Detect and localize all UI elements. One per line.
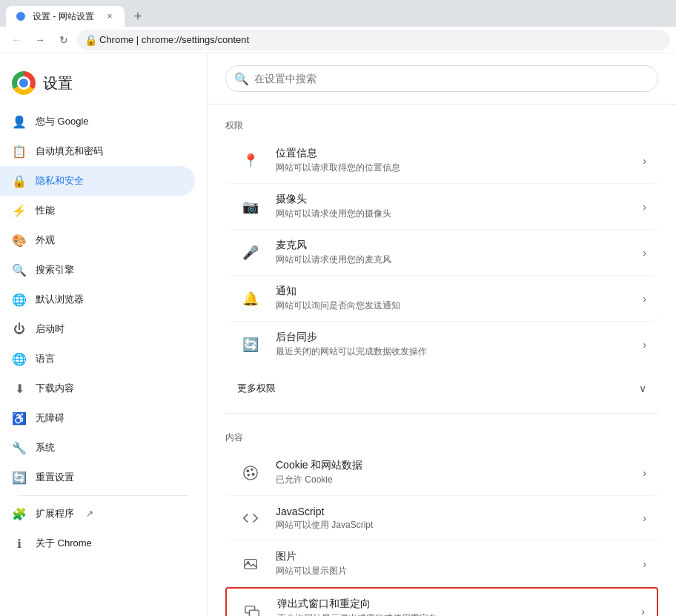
microphone-setting[interactable]: 🎤 麦克风 网站可以请求使用您的麦克风 ›	[225, 230, 658, 276]
sidebar-item-privacy[interactable]: 🔒 隐私和安全	[0, 166, 195, 196]
sidebar-item-search[interactable]: 🔍 搜索引擎	[0, 255, 195, 285]
sidebar-title: 设置	[43, 73, 73, 93]
address-bar-input[interactable]	[77, 30, 670, 50]
privacy-icon: 🔒	[12, 173, 27, 188]
chevron-right-icon: ›	[643, 339, 646, 351]
address-bar-security-icon: 🔒	[84, 34, 97, 46]
camera-text: 摄像头 网站可以请求使用您的摄像头	[276, 193, 631, 220]
search-icon: 🔍	[234, 72, 249, 86]
permissions-section-label: 权限	[225, 119, 658, 132]
notifications-subtitle: 网站可以询问是否向您发送通知	[276, 299, 631, 312]
sidebar-item-appearance[interactable]: 🎨 外观	[0, 225, 195, 255]
more-permissions-label: 更多权限	[237, 382, 276, 395]
cookies-setting[interactable]: Cookie 和网站数据 已允许 Cookie ›	[225, 450, 658, 496]
back-button[interactable]: ←	[6, 30, 27, 50]
chrome-logo-icon	[12, 71, 36, 95]
sidebar-item-reset[interactable]: 🔄 重置设置	[0, 463, 195, 492]
sidebar-item-download[interactable]: ⬇ 下载内容	[0, 374, 195, 403]
popups-setting[interactable]: 弹出式窗口和重定向 不允许网站显示弹出式窗口或使用重定向 ›	[225, 587, 658, 616]
cookies-title: Cookie 和网站数据	[276, 459, 631, 472]
images-setting[interactable]: 图片 网站可以显示图片 ›	[225, 541, 658, 587]
background-title: 后台同步	[276, 331, 631, 344]
popups-title: 弹出式窗口和重定向	[277, 597, 629, 611]
svg-rect-8	[249, 610, 259, 616]
chevron-right-icon: ›	[643, 512, 646, 524]
chevron-right-icon: ›	[643, 155, 646, 167]
browser-icon: 🌐	[12, 292, 27, 307]
javascript-subtitle: 网站可以使用 JavaScript	[276, 519, 631, 531]
sidebar-item-about[interactable]: ℹ 关于 Chrome	[0, 529, 195, 558]
microphone-title: 麦克风	[276, 239, 631, 252]
javascript-title: JavaScript	[276, 506, 631, 517]
sidebar-item-label: 重置设置	[36, 471, 74, 484]
sidebar-item-label: 外观	[36, 234, 55, 247]
camera-title: 摄像头	[276, 193, 631, 206]
content-section-label: 内容	[225, 431, 658, 444]
images-text: 图片 网站可以显示图片	[276, 550, 631, 577]
sidebar: 设置 👤 您与 Google 📋 自动填充和密码 🔒 隐私和安全 ⚡ 性能 🎨 …	[0, 53, 208, 616]
chevron-right-icon: ›	[641, 606, 645, 617]
performance-icon: ⚡	[12, 203, 27, 218]
notifications-text: 通知 网站可以询问是否向您发送通知	[276, 285, 631, 312]
language-icon: 🌐	[12, 351, 27, 366]
sidebar-item-label: 下载内容	[36, 382, 74, 395]
notifications-icon: 🔔	[237, 285, 264, 312]
sidebar-item-language[interactable]: 🌐 语言	[0, 344, 195, 374]
svg-point-1	[247, 469, 249, 471]
sidebar-item-google[interactable]: 👤 您与 Google	[0, 107, 195, 136]
search-input[interactable]	[225, 65, 658, 92]
location-text: 位置信息 网站可以请求取得您的位置信息	[276, 147, 631, 174]
background-subtitle: 最近关闭的网站可以完成数据收发操作	[276, 345, 631, 358]
address-bar-wrap: 🔒	[77, 30, 670, 50]
javascript-text: JavaScript 网站可以使用 JavaScript	[276, 506, 631, 531]
sidebar-item-accessibility[interactable]: ♿ 无障碍	[0, 403, 195, 433]
new-tab-button[interactable]: +	[127, 6, 148, 27]
sidebar-item-browser[interactable]: 🌐 默认浏览器	[0, 285, 195, 314]
permissions-list: 📍 位置信息 网站可以请求取得您的位置信息 › 📷 摄像头 网站可以请求使用您的…	[225, 138, 658, 367]
chevron-right-icon: ›	[643, 201, 646, 213]
external-link-icon: ↗	[86, 509, 93, 519]
sidebar-item-label: 性能	[36, 204, 55, 217]
appearance-icon: 🎨	[12, 233, 27, 248]
sidebar-item-label: 关于 Chrome	[36, 537, 92, 550]
images-title: 图片	[276, 550, 631, 563]
tab-title: 设置 - 网站设置	[33, 10, 94, 23]
sidebar-item-label: 自动填充和密码	[36, 145, 103, 158]
images-icon	[237, 551, 264, 577]
camera-setting[interactable]: 📷 摄像头 网站可以请求使用您的摄像头 ›	[225, 184, 658, 230]
sidebar-item-extensions[interactable]: 🧩 扩展程序 ↗	[0, 499, 195, 529]
microphone-subtitle: 网站可以请求使用您的麦克风	[276, 254, 631, 266]
main-content: 🔍 权限 📍 位置信息 网站可以请求取得您的位置信息 › 📷	[208, 53, 676, 616]
sidebar-item-label: 系统	[36, 441, 55, 454]
more-permissions-item[interactable]: 更多权限 ∨	[225, 373, 658, 404]
sidebar-item-label: 无障碍	[36, 411, 64, 425]
location-setting[interactable]: 📍 位置信息 网站可以请求取得您的位置信息 ›	[225, 138, 658, 184]
search-area: 🔍	[208, 53, 676, 105]
startup-icon: ⏻	[12, 322, 27, 337]
notifications-setting[interactable]: 🔔 通知 网站可以询问是否向您发送通知 ›	[225, 276, 658, 322]
sidebar-item-label: 默认浏览器	[36, 293, 84, 306]
microphone-icon: 🎤	[237, 239, 264, 266]
forward-button[interactable]: →	[30, 30, 50, 50]
sidebar-item-performance[interactable]: ⚡ 性能	[0, 196, 195, 225]
background-text: 后台同步 最近关闭的网站可以完成数据收发操作	[276, 331, 631, 358]
chevron-right-icon: ›	[643, 558, 646, 570]
chevron-right-icon: ›	[643, 293, 646, 305]
popups-subtitle: 不允许网站显示弹出式窗口或使用重定向	[277, 612, 629, 616]
javascript-icon	[237, 505, 264, 531]
background-setting[interactable]: 🔄 后台同步 最近关闭的网站可以完成数据收发操作 ›	[225, 322, 658, 367]
sidebar-item-startup[interactable]: ⏻ 启动时	[0, 314, 195, 344]
sidebar-item-autofill[interactable]: 📋 自动填充和密码	[0, 136, 195, 166]
sidebar-item-system[interactable]: 🔧 系统	[0, 433, 195, 463]
background-sync-icon: 🔄	[237, 331, 264, 358]
content-section: 内容 Cookie 和网站数据 已允许 Cooki	[208, 417, 676, 616]
section-divider	[225, 413, 658, 414]
reload-button[interactable]: ↻	[53, 30, 74, 50]
javascript-setting[interactable]: JavaScript 网站可以使用 JavaScript ›	[225, 496, 658, 541]
cookies-icon	[237, 460, 264, 486]
tab-close-button[interactable]: ×	[104, 10, 116, 22]
camera-icon: 📷	[237, 193, 264, 220]
browser-tab[interactable]: 设置 - 网站设置 ×	[6, 6, 125, 27]
svg-point-0	[244, 466, 257, 479]
search-wrap: 🔍	[225, 65, 658, 92]
